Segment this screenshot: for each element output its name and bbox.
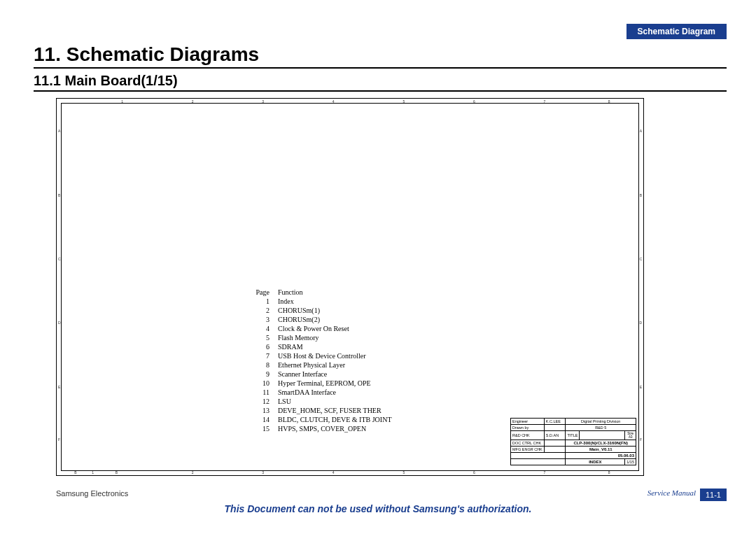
index-function: LSU (274, 397, 396, 406)
index-function: Scanner Interface (274, 370, 396, 379)
frame-col-tick: 3 (262, 99, 264, 104)
index-page: 3 (251, 315, 274, 324)
frame-col-tick: 2 (192, 99, 194, 104)
frame-col-tick: 4 (332, 470, 335, 475)
tb-date: 05.06.03 (566, 453, 636, 459)
page-heading: 11. Schematic Diagrams (34, 43, 727, 69)
frame-row-tick: C (58, 257, 61, 261)
frame-row-tick: C (639, 257, 642, 261)
tb-rnd-chk: S.D.AN (544, 431, 566, 440)
tb-division: Digital Printing Division (566, 419, 636, 425)
index-function: Hyper Terminal, EEPROM, OPE (274, 379, 396, 388)
tb-sheet: 1/15 (625, 459, 636, 465)
index-page: 15 (251, 424, 274, 433)
index-page: 14 (251, 415, 274, 424)
index-function: SmartDAA Interface (274, 388, 396, 397)
footer-service-manual: Service Manual (648, 489, 696, 497)
header-tab: Schematic Diagram (626, 24, 727, 39)
footer-notice: This Document can not be used without Sa… (0, 503, 756, 514)
frame-row-tick: A (58, 129, 60, 133)
index-page: 7 (251, 351, 274, 360)
frame-row-tick: D (639, 321, 642, 325)
frame-col-tick: 2 (192, 470, 194, 475)
index-function: DEVE_HOME, SCF, FUSER THER (274, 406, 396, 415)
tb-mfg-chk-label: MFG ENGR CHK (511, 447, 545, 453)
schematic-frame: 1 2 3 4 5 6 7 8 B 1 B 2 3 4 5 6 7 8 A B … (56, 98, 644, 476)
frame-col-tick: 8 (608, 99, 610, 104)
index-page: 13 (251, 406, 274, 415)
index-function: CHORUSm(2) (274, 315, 396, 324)
frame-row-tick: F (640, 437, 642, 442)
index-function: Ethernet Physical Layer (274, 360, 396, 370)
frame-col-tick: 4 (332, 99, 335, 104)
index-page: 11 (251, 388, 274, 397)
index-page: 2 (251, 306, 274, 315)
tb-engineer-label: Engineer (511, 419, 545, 425)
table-row: 2CHORUSm(1) (251, 306, 396, 315)
index-function: CHORUSm(1) (274, 306, 396, 315)
table-row: 13DEVE_HOME, SCF, FUSER THER (251, 406, 396, 415)
tb-rnd-chk-label: R&D CHK (511, 431, 545, 440)
index-function: BLDC, CLUTCH, DEVE & ITB JOINT (274, 415, 396, 424)
frame-row-tick: E (640, 385, 642, 389)
index-function: HVPS, SMPS, COVER_OPEN (274, 424, 396, 433)
index-page: 10 (251, 379, 274, 388)
frame-row-tick: A (640, 129, 642, 133)
index-page: 12 (251, 397, 274, 406)
table-row: 14BLDC, CLUTCH, DEVE & ITB JOINT (251, 415, 396, 424)
index-page: 9 (251, 370, 274, 379)
frame-col-tick: 7 (544, 99, 546, 104)
frame-col-tick: B (115, 470, 118, 475)
table-row: 11SmartDAA Interface (251, 388, 396, 397)
footer-company: Samsung Electronics (56, 489, 128, 498)
title-block: Engineer K.C.LEE Digital Printing Divisi… (510, 418, 636, 465)
index-function: USB Host & Device Controller (274, 351, 396, 360)
tb-doc-ctrl-label: DOC CTRL CHK (511, 440, 545, 447)
frame-row-tick: F (58, 437, 60, 442)
frame-row-tick: D (58, 321, 61, 325)
index-page: 4 (251, 324, 274, 333)
tb-drawn-label: Drawn by (511, 425, 545, 431)
index-function: Clock & Power On Reset (274, 324, 396, 333)
page-subheading: 11.1 Main Board(1/15) (34, 73, 727, 92)
table-row: 5Flash Memory (251, 333, 396, 342)
index-table: Page Function 1Index 2CHORUSm(1) 3CHORUS… (251, 288, 396, 433)
frame-row-tick: B (58, 193, 60, 197)
frame-col-tick: 5 (402, 470, 405, 475)
index-header-function: Function (274, 288, 396, 297)
tb-title1: CLP-300(N)/CLX-3160N(FN) (566, 440, 636, 447)
index-page: 5 (251, 333, 274, 342)
tb-index-label: INDEX (566, 459, 625, 465)
frame-col-tick: B (74, 470, 76, 475)
tb-title-label: TITLE (566, 431, 580, 440)
table-row: 4Clock & Power On Reset (251, 324, 396, 333)
table-row: 1Index (251, 297, 396, 306)
index-header-page: Page (251, 288, 274, 297)
table-row: 10Hyper Terminal, EEPROM, OPE (251, 379, 396, 388)
tb-title2: Main_V0.11 (566, 447, 636, 453)
table-row: 3CHORUSm(2) (251, 315, 396, 324)
index-function: Index (274, 297, 396, 306)
frame-col-tick: 6 (473, 99, 475, 104)
index-page: 1 (251, 297, 274, 306)
table-row: 9Scanner Interface (251, 370, 396, 379)
frame-col-tick: 8 (608, 470, 610, 475)
index-function: Flash Memory (274, 333, 396, 342)
tb-group: R&D 5 (566, 425, 636, 431)
frame-col-tick: 7 (544, 470, 546, 475)
table-row: 12LSU (251, 397, 396, 406)
tb-engineer: K.C.LEE (544, 419, 566, 425)
frame-col-tick: 1 (92, 470, 94, 475)
page-number-badge: 11-1 (700, 489, 727, 501)
table-row: 6SDRAM (251, 342, 396, 351)
index-page: 8 (251, 360, 274, 370)
index-function: SDRAM (274, 342, 396, 351)
frame-col-tick: 5 (402, 99, 405, 104)
frame-row-tick: B (640, 193, 642, 197)
index-page: 6 (251, 342, 274, 351)
frame-col-tick: 1 (121, 99, 123, 104)
frame-row-tick: E (58, 385, 60, 389)
tb-size: A3 (629, 435, 633, 439)
table-row: 7USB Host & Device Controller (251, 351, 396, 360)
table-row: 8Ethernet Physical Layer (251, 360, 396, 370)
